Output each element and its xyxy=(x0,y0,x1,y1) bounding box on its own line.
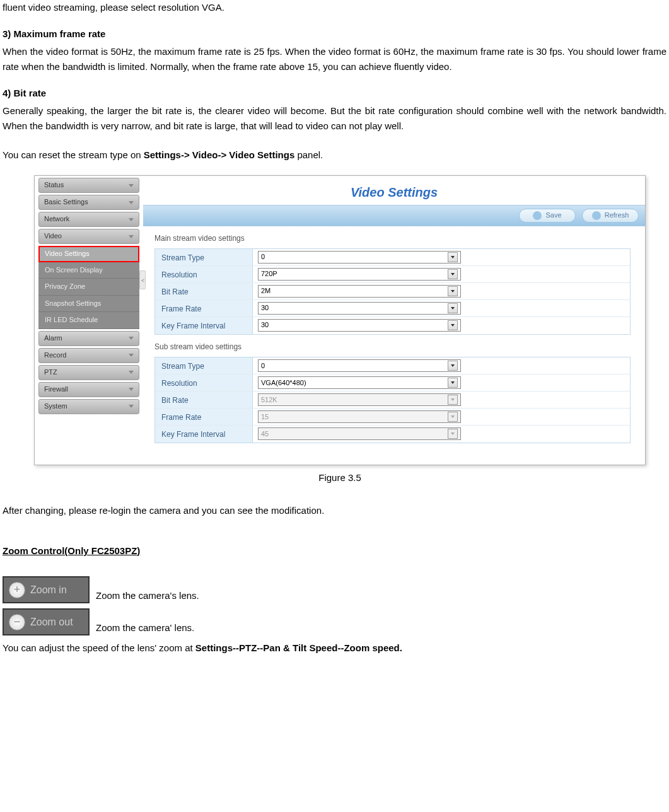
sidebar-item-video[interactable]: Video xyxy=(38,229,139,244)
table-row: ResolutionVGA(640*480) xyxy=(155,374,630,392)
zoom-control-heading: Zoom Control(Only FC2503PZ) xyxy=(3,543,666,559)
sidebar-item-status[interactable]: Status xyxy=(38,178,139,193)
chevron-down-icon xyxy=(448,286,458,296)
keyframe-select[interactable]: 30 xyxy=(258,319,461,332)
settings-main-area: Video Settings Save Refresh Main stream … xyxy=(143,176,645,465)
sidebar-item-record[interactable]: Record xyxy=(38,348,139,363)
sidebar-sub-privacy-zone[interactable]: Privacy Zone xyxy=(38,279,139,296)
sub-resolution-select[interactable]: VGA(640*480) xyxy=(258,376,461,389)
refresh-button[interactable]: Refresh xyxy=(582,209,639,223)
resolution-select[interactable]: 720P xyxy=(258,268,461,281)
chevron-down-icon xyxy=(129,371,134,374)
plus-icon: + xyxy=(9,582,25,598)
section4-heading: 4) Bit rate xyxy=(3,86,666,101)
chevron-down-icon xyxy=(448,361,458,371)
table-row: Key Frame Interval30 xyxy=(155,317,630,334)
video-settings-panel: Status Basic Settings Network Video Vide… xyxy=(34,175,646,465)
sub-bitrate-select: 512K xyxy=(258,393,461,406)
sidebar-item-alarm[interactable]: Alarm xyxy=(38,331,139,346)
main-stream-table: Stream Type0 Resolution720P Bit Rate2M F… xyxy=(154,248,631,335)
zoom-in-button[interactable]: + Zoom in xyxy=(3,576,90,603)
section3-body: When the video format is 50Hz, the maxim… xyxy=(3,44,666,74)
sidebar-sub-video-settings[interactable]: Video Settings xyxy=(38,246,139,262)
sidebar-item-basic-settings[interactable]: Basic Settings xyxy=(38,195,139,210)
zoom-in-label: Zoom in xyxy=(30,582,67,598)
sidebar-item-network[interactable]: Network xyxy=(38,212,139,227)
refresh-icon xyxy=(592,211,601,220)
chevron-down-icon xyxy=(448,252,458,262)
bitrate-select[interactable]: 2M xyxy=(258,285,461,298)
sub-framerate-select: 15 xyxy=(258,410,461,423)
sidebar-sub-osd[interactable]: On Screen Display xyxy=(38,262,139,279)
table-row: Frame Rate15 xyxy=(155,409,630,426)
figure-caption: Figure 3.5 xyxy=(34,470,646,485)
table-row: Resolution720P xyxy=(155,266,630,283)
title-band: Video Settings xyxy=(143,176,645,205)
section3-heading: 3) Maximum frame rate xyxy=(3,26,666,42)
chevron-down-icon xyxy=(129,405,134,408)
zoom-out-button[interactable]: − Zoom out xyxy=(3,608,90,635)
chevron-down-icon xyxy=(129,201,134,204)
table-row: Stream Type0 xyxy=(155,357,630,374)
sub-stream-label: Sub stream video settings xyxy=(143,335,645,357)
save-button[interactable]: Save xyxy=(519,209,576,223)
chevron-down-icon xyxy=(448,269,458,279)
zoom-in-row: + Zoom in Zoom the camera's lens. xyxy=(3,576,666,603)
chevron-down-icon xyxy=(129,337,134,340)
sidebar-sub-snapshot-settings[interactable]: Snapshot Settings xyxy=(38,296,139,313)
page-title: Video Settings xyxy=(351,185,438,199)
chevron-down-icon xyxy=(129,235,134,238)
chevron-down-icon xyxy=(129,218,134,221)
table-row: Frame Rate30 xyxy=(155,300,630,317)
sub-stream-type-select[interactable]: 0 xyxy=(258,359,461,372)
reset-line: You can reset the stream type on Setting… xyxy=(3,148,666,163)
sidebar-sub-ir-led-schedule[interactable]: IR LED Schedule xyxy=(38,312,139,329)
table-row: Key Frame Interval45 xyxy=(155,426,630,443)
sidebar-item-firewall[interactable]: Firewall xyxy=(38,382,139,397)
figure-3-5: Status Basic Settings Network Video Vide… xyxy=(34,175,646,485)
chevron-down-icon xyxy=(448,429,458,439)
chevron-down-icon xyxy=(448,378,458,388)
sidebar-collapse-toggle[interactable] xyxy=(139,270,146,289)
stream-type-select[interactable]: 0 xyxy=(258,251,461,264)
after-change-line: After changing, please re-login the came… xyxy=(3,503,666,518)
table-row: Stream Type0 xyxy=(155,249,630,266)
chevron-down-icon xyxy=(448,303,458,313)
chevron-down-icon xyxy=(129,388,134,391)
chevron-down-icon xyxy=(129,184,134,187)
action-bar: Save Refresh xyxy=(143,205,645,226)
table-row: Bit Rate512K xyxy=(155,392,630,409)
main-stream-label: Main stream video settings xyxy=(143,226,645,248)
zoom-out-label: Zoom out xyxy=(30,614,73,630)
zoom-in-description: Zoom the camera's lens. xyxy=(96,588,199,603)
intro-paragraph: fluent video streaming, please select re… xyxy=(3,0,666,15)
section4-body: Generally speaking, the larger the bit r… xyxy=(3,103,666,134)
sub-stream-table: Stream Type0 ResolutionVGA(640*480) Bit … xyxy=(154,357,631,443)
chevron-down-icon xyxy=(448,395,458,405)
table-row: Bit Rate2M xyxy=(155,283,630,300)
sub-keyframe-select: 45 xyxy=(258,427,461,440)
chevron-down-icon xyxy=(129,354,134,357)
zoom-out-description: Zoom the camera' lens. xyxy=(96,620,194,635)
chevron-down-icon xyxy=(448,320,458,330)
framerate-select[interactable]: 30 xyxy=(258,302,461,315)
minus-icon: − xyxy=(9,614,25,630)
sidebar-item-system[interactable]: System xyxy=(38,399,139,414)
chevron-down-icon xyxy=(448,412,458,422)
zoom-speed-line: You can adjust the speed of the lens' zo… xyxy=(3,641,666,656)
save-icon xyxy=(533,211,542,220)
sidebar-item-ptz[interactable]: PTZ xyxy=(38,365,139,380)
settings-sidebar: Status Basic Settings Network Video Vide… xyxy=(35,176,143,465)
zoom-out-row: − Zoom out Zoom the camera' lens. xyxy=(3,608,666,635)
